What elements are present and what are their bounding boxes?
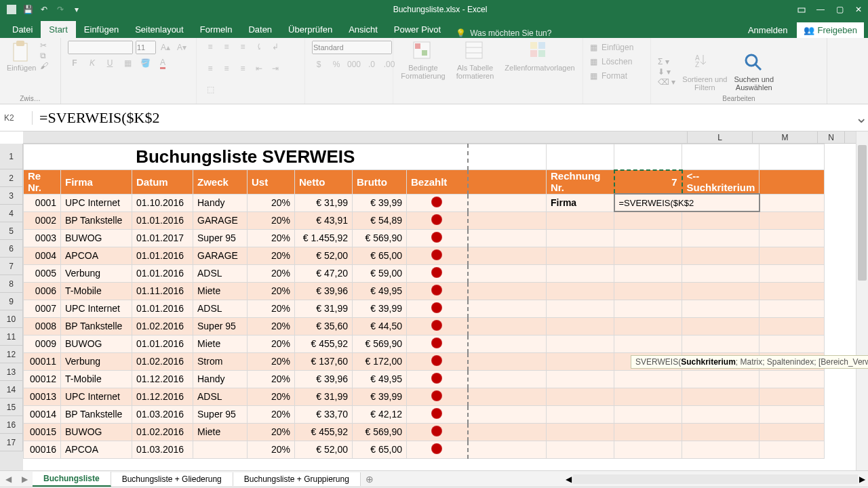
cell[interactable]: 01.03.2016 [132, 441, 193, 458]
tab-formeln[interactable]: Formeln [192, 21, 241, 38]
row-header-12[interactable]: 12 [0, 346, 23, 363]
cell[interactable]: € 455,92 [295, 335, 353, 352]
cell[interactable]: BUWOG [61, 335, 132, 352]
cell[interactable] [760, 370, 825, 388]
col-header-netto[interactable]: Netto [295, 170, 353, 195]
cell[interactable]: € 52,00 [295, 441, 353, 458]
format-as-table-button[interactable]: Als Tabelle formatieren [456, 41, 494, 80]
cell[interactable] [682, 247, 760, 264]
cell-bezahlt[interactable] [407, 247, 468, 264]
cell[interactable]: BP Tankstelle [61, 317, 132, 335]
cell-bezahlt[interactable] [407, 317, 468, 335]
cell-styles-button[interactable]: Zellenformatvorlagen [505, 41, 574, 72]
cell[interactable]: 20% [248, 194, 295, 211]
cell[interactable] [547, 335, 614, 352]
cell[interactable]: 0007 [24, 300, 61, 317]
font-color-icon[interactable]: A [156, 57, 170, 69]
cell[interactable]: € 31,99 [295, 194, 353, 211]
cell[interactable]: Miete [193, 282, 248, 300]
cells-delete-button[interactable]: ▦Löschen [590, 55, 644, 68]
cell[interactable]: GARAGE [193, 211, 248, 229]
thousand-icon[interactable]: 000 [347, 58, 361, 70]
currency-icon[interactable]: $ [312, 58, 326, 70]
cell[interactable]: € 569,90 [353, 423, 407, 441]
ribbon-options-icon[interactable] [792, 0, 811, 19]
tab-start[interactable]: Start [41, 21, 75, 38]
formula-input[interactable]: =SVERWEIS($K$2 [33, 108, 854, 128]
format-painter-icon[interactable]: 🖌 [40, 61, 48, 70]
row-header-13[interactable]: 13 [0, 363, 23, 381]
underline-button[interactable]: U [103, 57, 117, 69]
cell[interactable] [760, 247, 825, 264]
cell[interactable]: T-Mobile [61, 282, 132, 300]
cell[interactable] [760, 229, 825, 247]
cell[interactable] [614, 405, 682, 423]
col-header-bezahlt[interactable]: Bezahlt [407, 170, 468, 195]
cell[interactable]: € 31,99 [295, 300, 353, 317]
cell[interactable]: 20% [248, 300, 295, 317]
cell[interactable]: 01.01.2016 [132, 247, 193, 264]
cell[interactable] [614, 211, 682, 229]
cell[interactable] [760, 264, 825, 282]
cell[interactable] [682, 264, 760, 282]
col-header-l[interactable]: L [688, 131, 753, 143]
sheet-tab-gliederung[interactable]: Buchungsliste + Gliederung [111, 472, 233, 486]
redo-icon[interactable]: ↷ [54, 3, 66, 16]
cell[interactable] [468, 317, 547, 335]
minimize-icon[interactable]: — [811, 0, 830, 19]
tab-ansicht[interactable]: Ansicht [340, 21, 386, 38]
align-mid-icon[interactable]: ≡ [220, 41, 233, 53]
cell[interactable]: 20% [248, 282, 295, 300]
cell[interactable]: 0008 [24, 317, 61, 335]
cell[interactable] [760, 441, 825, 458]
cell[interactable] [468, 423, 547, 441]
cell[interactable]: 0003 [24, 229, 61, 247]
cell[interactable] [760, 282, 825, 300]
cell-bezahlt[interactable] [407, 211, 468, 229]
cell[interactable] [468, 300, 547, 317]
row-header-11[interactable]: 11 [0, 328, 23, 346]
row-header-2[interactable]: 2 [0, 169, 23, 187]
row-header-15[interactable]: 15 [0, 399, 23, 416]
paste-button[interactable]: Einfügen [7, 41, 36, 72]
cell[interactable] [682, 211, 760, 229]
cell[interactable] [760, 423, 825, 441]
cell[interactable]: 01.12.2016 [132, 370, 193, 388]
cell-bezahlt[interactable] [407, 264, 468, 282]
editing-cell-k3[interactable]: =SVERWEIS($K$2 [614, 194, 760, 211]
col-header-n[interactable]: N [818, 131, 845, 143]
close-icon[interactable]: ✕ [849, 0, 868, 19]
cell[interactable]: 0006 [24, 282, 61, 300]
cell[interactable] [547, 211, 614, 229]
cell[interactable]: Miete [193, 335, 248, 352]
fill-color-icon[interactable]: 🪣 [138, 57, 152, 69]
cell[interactable] [468, 194, 547, 211]
cell[interactable]: € 43,91 [295, 211, 353, 229]
cell[interactable]: 00011 [24, 352, 61, 370]
cell[interactable] [614, 441, 682, 458]
cell[interactable] [468, 352, 547, 370]
percent-icon[interactable]: % [330, 58, 343, 70]
cell[interactable]: 20% [248, 370, 295, 388]
wrap-text-icon[interactable]: ↲ [269, 41, 282, 53]
cell[interactable]: € 49,95 [353, 370, 407, 388]
lookup-cell-k2[interactable]: 7 [614, 170, 682, 195]
row-header-7[interactable]: 7 [0, 258, 23, 275]
cell[interactable]: € 172,00 [353, 352, 407, 370]
cell[interactable]: € 39,96 [295, 282, 353, 300]
align-bot-icon[interactable]: ≡ [236, 41, 250, 53]
cell-grid[interactable]: Buchungsliste SVERWEIS Re Nr.FirmaDatumZ… [23, 144, 856, 470]
cell[interactable]: Verbung [61, 264, 132, 282]
cell[interactable]: 20% [248, 405, 295, 423]
cell-bezahlt[interactable] [407, 194, 468, 211]
cell[interactable] [193, 441, 248, 458]
cell[interactable] [682, 441, 760, 458]
list-title[interactable]: Buchungsliste SVERWEIS [24, 144, 468, 170]
maximize-icon[interactable]: ▢ [830, 0, 849, 19]
worksheet[interactable]: L M N 1 2 3 4 5 6 7 8 9 10 11 12 13 14 1… [0, 131, 868, 470]
italic-button[interactable]: K [85, 57, 99, 69]
cell[interactable]: € 42,12 [353, 405, 407, 423]
align-right-icon[interactable]: ≡ [236, 62, 250, 75]
cell[interactable] [547, 388, 614, 405]
cell[interactable] [547, 352, 614, 370]
